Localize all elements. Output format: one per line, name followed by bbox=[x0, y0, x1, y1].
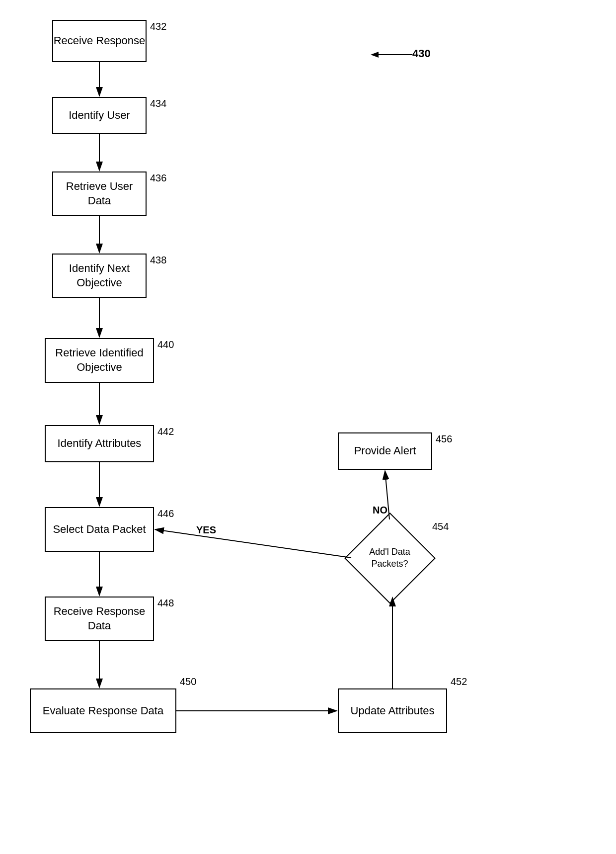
box-provide-alert: Provide Alert bbox=[338, 432, 432, 470]
diamond-addl-data-packets: Add'l DataPackets? bbox=[351, 519, 428, 597]
ref-450: 450 bbox=[180, 676, 196, 687]
box-receive-response: Receive Response bbox=[52, 20, 147, 62]
ref-452: 452 bbox=[451, 676, 467, 687]
box-receive-response-data: Receive Response Data bbox=[45, 597, 154, 641]
ref-456: 456 bbox=[436, 433, 452, 445]
box-retrieve-user-data: Retrieve User Data bbox=[52, 171, 147, 216]
figure-label: 430 bbox=[412, 47, 431, 60]
ref-448: 448 bbox=[157, 598, 174, 609]
ref-434: 434 bbox=[150, 98, 166, 109]
ref-440: 440 bbox=[157, 339, 174, 350]
flowchart-diagram: 430 Receive Response 432 Identify User 4… bbox=[0, 0, 616, 854]
box-update-attributes: Update Attributes bbox=[338, 688, 447, 733]
box-identify-user: Identify User bbox=[52, 97, 147, 134]
label-yes: YES bbox=[196, 524, 216, 536]
ref-454: 454 bbox=[432, 521, 449, 532]
ref-442: 442 bbox=[157, 426, 174, 437]
label-no: NO bbox=[373, 505, 387, 516]
svg-line-14 bbox=[155, 529, 351, 558]
ref-446: 446 bbox=[157, 508, 174, 519]
ref-432: 432 bbox=[150, 21, 166, 32]
box-retrieve-identified-objective: Retrieve Identified Objective bbox=[45, 338, 154, 383]
box-evaluate-response-data: Evaluate Response Data bbox=[30, 688, 176, 733]
ref-438: 438 bbox=[150, 255, 166, 266]
box-identify-attributes: Identify Attributes bbox=[45, 425, 154, 462]
box-select-data-packet: Select Data Packet bbox=[45, 507, 154, 552]
box-identify-next-objective: Identify Next Objective bbox=[52, 254, 147, 298]
ref-436: 436 bbox=[150, 172, 166, 184]
